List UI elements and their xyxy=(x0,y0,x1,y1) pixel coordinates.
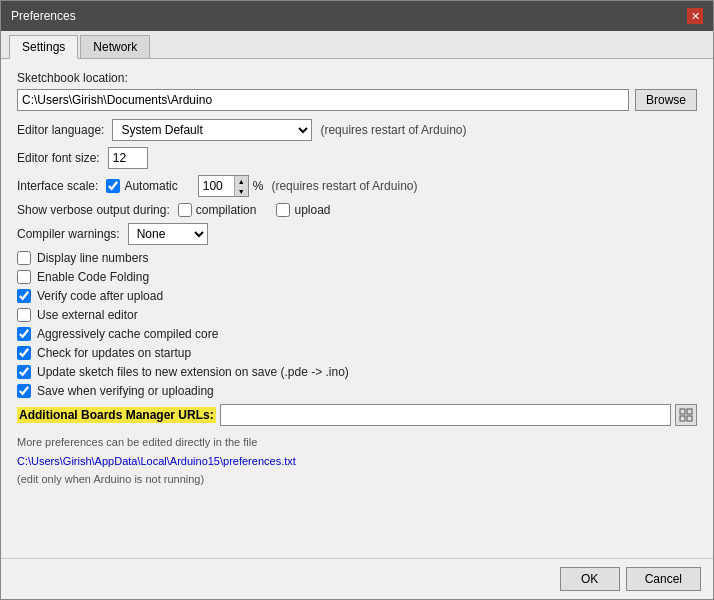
ok-button[interactable]: OK xyxy=(560,567,620,591)
verify-code-checkbox[interactable] xyxy=(17,289,31,303)
checkbox-row-6: Update sketch files to new extension on … xyxy=(17,365,697,379)
verify-code-label: Verify code after upload xyxy=(37,289,163,303)
interface-scale-auto-checkbox[interactable] xyxy=(106,179,120,193)
editor-font-size-label: Editor font size: xyxy=(17,151,100,165)
verbose-upload-label: upload xyxy=(294,203,330,217)
sketchbook-label: Sketchbook location: xyxy=(17,71,697,85)
save-when-verifying-label: Save when verifying or uploading xyxy=(37,384,214,398)
sketchbook-location-row: Sketchbook location: Browse xyxy=(17,71,697,111)
display-line-numbers-label: Display line numbers xyxy=(37,251,148,265)
cancel-button[interactable]: Cancel xyxy=(626,567,701,591)
verbose-compilation-label: compilation xyxy=(196,203,257,217)
use-external-editor-label: Use external editor xyxy=(37,308,138,322)
spinner-down-btn[interactable]: ▼ xyxy=(234,186,248,196)
update-sketch-files-checkbox[interactable] xyxy=(17,365,31,379)
tab-bar: Settings Network xyxy=(1,31,713,59)
editor-language-note: (requires restart of Arduino) xyxy=(320,123,466,137)
compiler-warnings-select[interactable]: None Default More All xyxy=(128,223,208,245)
checkbox-row-4: Aggressively cache compiled core xyxy=(17,327,697,341)
checkbox-row-7: Save when verifying or uploading xyxy=(17,384,697,398)
bottom-bar: OK Cancel xyxy=(1,558,713,599)
browse-button[interactable]: Browse xyxy=(635,89,697,111)
interface-scale-value[interactable] xyxy=(199,176,234,196)
interface-scale-row: Interface scale: Automatic ▲ ▼ % (requir… xyxy=(17,175,697,197)
svg-rect-2 xyxy=(680,416,685,421)
display-line-numbers-checkbox[interactable] xyxy=(17,251,31,265)
svg-rect-1 xyxy=(687,409,692,414)
compiler-warnings-row: Compiler warnings: None Default More All xyxy=(17,223,697,245)
checkbox-row-2: Verify code after upload xyxy=(17,289,697,303)
interface-scale-auto-label: Automatic xyxy=(124,179,177,193)
update-sketch-files-label: Update sketch files to new extension on … xyxy=(37,365,349,379)
compiler-warnings-label: Compiler warnings: xyxy=(17,227,120,241)
title-bar: Preferences ✕ xyxy=(1,1,713,31)
svg-rect-0 xyxy=(680,409,685,414)
pref-file-line1: More preferences can be edited directly … xyxy=(17,434,697,451)
additional-boards-label: Additional Boards Manager URLs: xyxy=(17,407,216,423)
aggressively-cache-label: Aggressively cache compiled core xyxy=(37,327,218,341)
checkboxes-section: Display line numbers Enable Code Folding… xyxy=(17,251,697,398)
editor-language-row: Editor language: System Default (require… xyxy=(17,119,697,141)
preferences-dialog: Preferences ✕ Settings Network Sketchboo… xyxy=(0,0,714,600)
editor-font-size-row: Editor font size: xyxy=(17,147,697,169)
checkbox-row-3: Use external editor xyxy=(17,308,697,322)
interface-scale-unit: % xyxy=(253,179,264,193)
additional-boards-icon-btn[interactable] xyxy=(675,404,697,426)
checkbox-row-0: Display line numbers xyxy=(17,251,697,265)
verbose-output-row: Show verbose output during: compilation … xyxy=(17,203,697,217)
checkbox-row-5: Check for updates on startup xyxy=(17,346,697,360)
verbose-compilation-wrapper: compilation xyxy=(178,203,257,217)
close-button[interactable]: ✕ xyxy=(687,8,703,24)
verbose-upload-wrapper: upload xyxy=(276,203,330,217)
additional-boards-row: Additional Boards Manager URLs: xyxy=(17,404,697,426)
svg-rect-3 xyxy=(687,416,692,421)
verbose-output-label: Show verbose output during: xyxy=(17,203,170,217)
editor-language-label: Editor language: xyxy=(17,123,104,137)
tab-settings[interactable]: Settings xyxy=(9,35,78,59)
interface-scale-auto-wrapper: Automatic xyxy=(106,179,177,193)
interface-scale-label: Interface scale: xyxy=(17,179,98,193)
enable-code-folding-label: Enable Code Folding xyxy=(37,270,149,284)
aggressively-cache-checkbox[interactable] xyxy=(17,327,31,341)
dialog-title: Preferences xyxy=(11,9,76,23)
verbose-compilation-checkbox[interactable] xyxy=(178,203,192,217)
pref-file-link[interactable]: C:\Users\Girish\AppData\Local\Arduino15\… xyxy=(17,455,296,467)
additional-boards-input[interactable] xyxy=(220,404,671,426)
tab-network[interactable]: Network xyxy=(80,35,150,58)
spinner-up-btn[interactable]: ▲ xyxy=(234,176,248,186)
use-external-editor-checkbox[interactable] xyxy=(17,308,31,322)
open-list-icon xyxy=(679,408,693,422)
pref-file-line3: (edit only when Arduino is not running) xyxy=(17,471,697,488)
verbose-upload-checkbox[interactable] xyxy=(276,203,290,217)
interface-scale-spinner: ▲ ▼ xyxy=(198,175,249,197)
pref-file-info: More preferences can be edited directly … xyxy=(17,434,697,488)
settings-content: Sketchbook location: Browse Editor langu… xyxy=(1,59,713,558)
pref-file-line2: C:\Users\Girish\AppData\Local\Arduino15\… xyxy=(17,453,697,470)
check-updates-label: Check for updates on startup xyxy=(37,346,191,360)
editor-font-size-input[interactable] xyxy=(108,147,148,169)
interface-scale-note: (requires restart of Arduino) xyxy=(271,179,417,193)
sketchbook-input[interactable] xyxy=(17,89,629,111)
save-when-verifying-checkbox[interactable] xyxy=(17,384,31,398)
enable-code-folding-checkbox[interactable] xyxy=(17,270,31,284)
editor-language-select[interactable]: System Default xyxy=(112,119,312,141)
check-updates-checkbox[interactable] xyxy=(17,346,31,360)
checkbox-row-1: Enable Code Folding xyxy=(17,270,697,284)
